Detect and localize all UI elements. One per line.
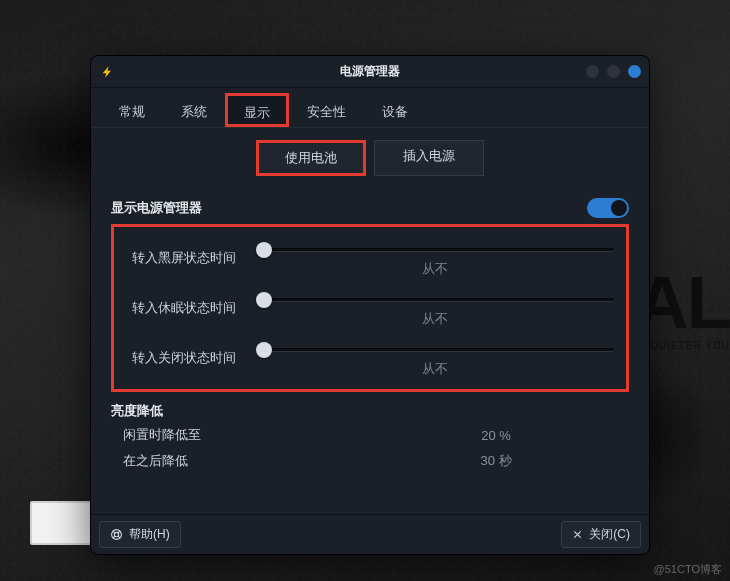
tab-general[interactable]: 常规 — [101, 93, 163, 127]
reduce-after-value: 30 秒 — [363, 452, 629, 470]
reduce-to-label: 闲置时降低至 — [123, 426, 363, 444]
brightness-heading: 亮度降低 — [111, 402, 163, 420]
blank-after-value: 从不 — [250, 260, 620, 278]
window-title: 电源管理器 — [91, 63, 649, 80]
blank-after-slider[interactable]: 从不 — [250, 240, 620, 276]
lifebuoy-icon — [110, 528, 123, 541]
close-button[interactable]: 关闭(C) — [561, 521, 641, 548]
subtab-ac[interactable]: 插入电源 — [374, 140, 484, 176]
dpm-toggle[interactable] — [587, 198, 629, 218]
desktop-white-rect — [30, 501, 92, 545]
dpm-heading: 显示电源管理器 — [111, 199, 202, 217]
close-icon — [572, 529, 583, 540]
tab-security[interactable]: 安全性 — [289, 93, 364, 127]
sleep-after-label: 转入休眠状态时间 — [120, 299, 250, 317]
tab-system[interactable]: 系统 — [163, 93, 225, 127]
dpm-sliders-block: 转入黑屏状态时间 从不 转入休眠状态时间 从不 转入关闭状态时间 从不 — [111, 224, 629, 392]
subtab-battery[interactable]: 使用电池 — [256, 140, 366, 176]
content-area: 显示电源管理器 转入黑屏状态时间 从不 转入休眠状态时间 从不 转入关闭状态时间 — [91, 184, 649, 514]
watermark: @51CTO博客 — [654, 562, 722, 577]
off-after-label: 转入关闭状态时间 — [120, 349, 250, 367]
help-button-label: 帮助(H) — [129, 526, 170, 543]
wallpaper-tagline: QUIETER YOU — [650, 340, 730, 351]
reduce-after-label: 在之后降低 — [123, 452, 363, 470]
off-after-value: 从不 — [250, 360, 620, 378]
window-close-button[interactable] — [628, 65, 641, 78]
titlebar: 电源管理器 — [91, 56, 649, 88]
blank-after-label: 转入黑屏状态时间 — [120, 249, 250, 267]
dialog-footer: 帮助(H) 关闭(C) — [91, 514, 649, 554]
reduce-to-value: 20 % — [363, 428, 629, 443]
window-maximize-button[interactable] — [607, 65, 620, 78]
svg-point-1 — [114, 532, 118, 536]
tab-devices[interactable]: 设备 — [364, 93, 426, 127]
window-minimize-button[interactable] — [586, 65, 599, 78]
off-after-slider[interactable]: 从不 — [250, 340, 620, 376]
sleep-after-slider[interactable]: 从不 — [250, 290, 620, 326]
power-source-tabs: 使用电池 插入电源 — [91, 128, 649, 184]
tab-display[interactable]: 显示 — [225, 93, 289, 127]
help-button[interactable]: 帮助(H) — [99, 521, 181, 548]
close-button-label: 关闭(C) — [589, 526, 630, 543]
main-tabs: 常规 系统 显示 安全性 设备 — [91, 88, 649, 128]
bolt-icon — [99, 63, 117, 81]
sleep-after-value: 从不 — [250, 310, 620, 328]
power-manager-window: 电源管理器 常规 系统 显示 安全性 设备 使用电池 插入电源 显示电源管理器 … — [90, 55, 650, 555]
